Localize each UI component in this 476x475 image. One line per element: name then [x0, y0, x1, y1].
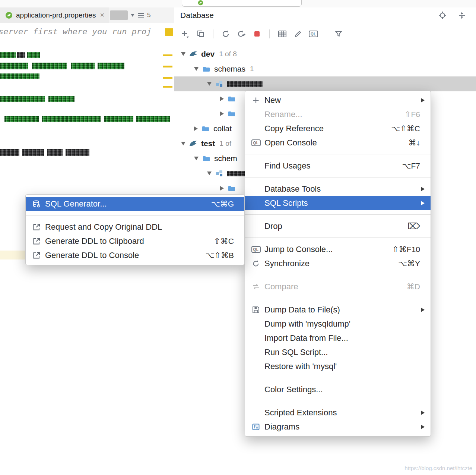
- menu-item-scripted-extensions[interactable]: Scripted Extensions: [245, 406, 431, 420]
- tree-item-dev[interactable]: dev 1 of 8: [174, 47, 476, 62]
- filter-icon[interactable]: [334, 29, 343, 38]
- menu-item-sql-scripts[interactable]: SQL Scripts: [245, 196, 431, 210]
- collapse-icon[interactable]: [457, 11, 466, 20]
- menu-item-restore-with-mysql[interactable]: Restore with 'mysql': [245, 359, 431, 374]
- error-stripe-mark[interactable]: [165, 28, 173, 36]
- editor-tab[interactable]: application-prd.properties ×: [0, 7, 109, 23]
- menu-item-jump-to-console[interactable]: QL Jump to Console... ⇧⌘F10: [245, 242, 431, 257]
- menu-item-request-copy-original-ddl[interactable]: Request and Copy Original DDL: [26, 220, 244, 234]
- menu-separator: [245, 238, 431, 238]
- tree-label: test: [201, 139, 215, 148]
- tab-list-icon[interactable]: [137, 12, 145, 18]
- export-icon: [31, 237, 42, 245]
- menu-separator: [245, 154, 431, 154]
- chevron-right-icon[interactable]: [220, 111, 224, 116]
- redacted-text: [104, 116, 133, 122]
- menu-item-generate-ddl-to-clipboard[interactable]: Generate DDL to Clipboard ⇧⌘C: [26, 234, 244, 248]
- submenu-arrow-icon: [421, 425, 425, 429]
- tab-actions: 5: [131, 12, 150, 19]
- add-icon[interactable]: [180, 29, 190, 38]
- menu-label: Import Data from File...: [264, 333, 348, 343]
- menu-item-database-tools[interactable]: Database Tools: [245, 182, 431, 196]
- spring-boot-icon: [5, 12, 13, 19]
- sync-ddl-icon[interactable]: [237, 29, 246, 38]
- toolbar-separator: [213, 29, 213, 38]
- tab-title: application-prd.properties: [16, 11, 96, 19]
- menu-item-find-usages[interactable]: Find Usages ⌥F7: [245, 159, 431, 173]
- error-stripe-mark[interactable]: [163, 54, 172, 56]
- redacted-text: [4, 116, 39, 122]
- menu-item-synchronize[interactable]: Synchronize ⌥⌘Y: [245, 257, 431, 271]
- menu-shortcut: ⌥⇧⌘C: [391, 124, 420, 133]
- menu-label: New: [264, 95, 281, 105]
- menu-shortcut: ⌘D: [407, 282, 420, 291]
- chevron-down-icon[interactable]: [207, 172, 212, 175]
- submenu-arrow-icon: [421, 410, 425, 415]
- close-tab-icon[interactable]: ×: [100, 11, 104, 19]
- menu-item-dump-data-to-files[interactable]: Dump Data to File(s): [245, 303, 431, 317]
- menu-separator: [245, 275, 431, 275]
- console-icon[interactable]: QL: [309, 31, 318, 37]
- tab-strip-scrollbar[interactable]: [110, 10, 128, 20]
- table-data-icon[interactable]: [277, 29, 287, 38]
- database-toolbar: QL: [174, 23, 476, 45]
- edit-icon[interactable]: [293, 29, 302, 38]
- menu-item-drop[interactable]: Drop ⌦: [245, 219, 431, 233]
- redacted-text: [42, 116, 101, 122]
- stop-icon[interactable]: [253, 29, 261, 38]
- menu-label: Drop: [264, 221, 282, 231]
- chevron-right-icon[interactable]: [220, 97, 224, 101]
- menu-label: Dump with 'mysqldump': [264, 319, 350, 329]
- error-stripe-mark[interactable]: [163, 77, 172, 79]
- redacted-text: [17, 52, 25, 58]
- menu-item-compare[interactable]: Compare ⌘D: [245, 280, 431, 294]
- compare-icon: [250, 283, 261, 291]
- tree-meta: 1 of 8: [219, 50, 237, 58]
- menu-label: Scripted Extensions: [264, 408, 337, 418]
- tree-meta: 1: [250, 65, 254, 73]
- menu-shortcut: ⌘↓: [409, 138, 421, 147]
- menu-item-copy-reference[interactable]: Copy Reference ⌥⇧⌘C: [245, 122, 431, 136]
- panel-title: Database: [180, 11, 214, 20]
- folder-icon: [227, 110, 237, 117]
- database-header: Database: [174, 7, 476, 23]
- menu-label: Synchronize: [264, 259, 310, 268]
- menu-item-open-console[interactable]: QL Open Console ⌘↓: [245, 136, 431, 150]
- refresh-icon[interactable]: [221, 29, 230, 38]
- tabs-dropdown-icon[interactable]: [131, 14, 134, 17]
- run-config-pill[interactable]: [182, 0, 302, 7]
- menu-label: Diagrams: [264, 422, 299, 432]
- menu-label: SQL Generator...: [45, 199, 107, 209]
- error-stripe-mark[interactable]: [163, 86, 172, 88]
- menu-item-rename[interactable]: Rename... ⇧F6: [245, 107, 431, 122]
- chevron-right-icon[interactable]: [220, 186, 224, 191]
- editor-tab-bar: application-prd.properties × 5: [0, 7, 174, 23]
- menu-item-new[interactable]: New: [245, 93, 431, 107]
- menu-item-dump-with-mysqldump[interactable]: Dump with 'mysqldump': [245, 317, 431, 331]
- locate-icon[interactable]: [438, 11, 447, 20]
- menu-item-sql-generator[interactable]: SQL Generator... ⌥⌘G: [26, 197, 244, 211]
- error-stripe-mark[interactable]: [163, 66, 172, 67]
- menu-item-diagrams[interactable]: Diagrams: [245, 420, 431, 434]
- window-toolbar: [0, 0, 476, 7]
- chevron-down-icon[interactable]: [194, 67, 199, 71]
- tree-item-schemas[interactable]: schemas 1: [174, 62, 476, 76]
- menu-item-run-sql-script[interactable]: Run SQL Script...: [245, 345, 431, 359]
- chevron-right-icon[interactable]: [194, 126, 198, 131]
- menu-item-generate-ddl-to-console[interactable]: Generate DDL to Console ⌥⇧⌘B: [26, 248, 244, 262]
- tree-item-schema-selected[interactable]: [174, 76, 476, 91]
- menu-label: Color Settings...: [264, 385, 323, 394]
- chevron-down-icon[interactable]: [207, 82, 212, 86]
- chevron-down-icon[interactable]: [181, 52, 185, 56]
- menu-item-import-data-from-file[interactable]: Import Data from File...: [245, 331, 431, 345]
- menu-shortcut: ⇧⌘C: [214, 237, 234, 246]
- duplicate-icon[interactable]: [196, 29, 205, 38]
- redacted-text: [27, 52, 40, 58]
- chevron-down-icon[interactable]: [194, 157, 199, 160]
- tree-label: schem: [214, 154, 237, 163]
- mysql-dolphin-icon: [188, 139, 198, 148]
- chevron-down-icon[interactable]: [181, 142, 185, 145]
- menu-item-color-settings[interactable]: Color Settings...: [245, 383, 431, 397]
- menu-label: Database Tools: [264, 184, 321, 194]
- folder-icon: [227, 185, 237, 192]
